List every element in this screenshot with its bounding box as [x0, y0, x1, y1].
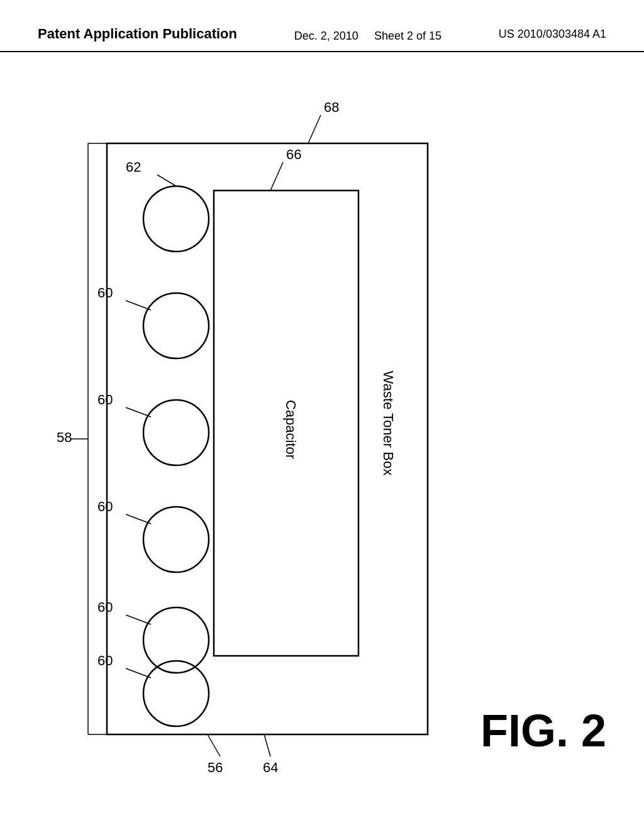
svg-point-5 [143, 507, 209, 572]
svg-point-3 [143, 293, 209, 358]
svg-point-7 [143, 661, 209, 726]
svg-point-2 [143, 186, 209, 252]
diagram-area: Capacitor Waste Toner Box 68 66 62 60 60… [0, 52, 644, 807]
svg-text:64: 64 [263, 760, 278, 775]
svg-text:66: 66 [286, 147, 301, 162]
figure-label: FIG. 2 [480, 705, 606, 756]
sheet-info: Sheet 2 of 15 [374, 30, 441, 42]
svg-text:60: 60 [97, 499, 113, 514]
svg-point-6 [143, 607, 209, 673]
svg-text:60: 60 [97, 285, 113, 301]
svg-line-12 [270, 162, 283, 191]
svg-line-31 [208, 734, 220, 756]
svg-line-14 [157, 175, 176, 186]
svg-line-33 [264, 734, 270, 756]
svg-rect-0 [107, 143, 428, 734]
svg-line-10 [308, 115, 321, 143]
svg-text:Waste Toner Box: Waste Toner Box [380, 371, 396, 475]
svg-text:60: 60 [97, 392, 113, 407]
svg-line-16 [126, 301, 151, 310]
svg-text:56: 56 [208, 760, 223, 775]
patent-number: US 2010/0303484 A1 [499, 25, 606, 41]
publication-title: Patent Application Publication [38, 25, 237, 43]
svg-text:58: 58 [57, 429, 72, 445]
svg-text:60: 60 [97, 653, 113, 668]
svg-text:60: 60 [97, 599, 113, 615]
svg-text:Capacitor: Capacitor [283, 400, 299, 459]
svg-text:62: 62 [126, 159, 141, 175]
svg-line-20 [126, 514, 151, 524]
page-header: Patent Application Publication Dec. 2, 2… [0, 0, 644, 52]
svg-line-22 [126, 615, 151, 624]
date-sheet: Dec. 2, 2010 Sheet 2 of 15 [294, 25, 441, 45]
svg-line-18 [126, 407, 151, 417]
svg-text:68: 68 [324, 99, 339, 115]
svg-line-24 [126, 668, 151, 678]
publication-date: Dec. 2, 2010 [294, 30, 358, 42]
svg-point-4 [143, 400, 209, 465]
